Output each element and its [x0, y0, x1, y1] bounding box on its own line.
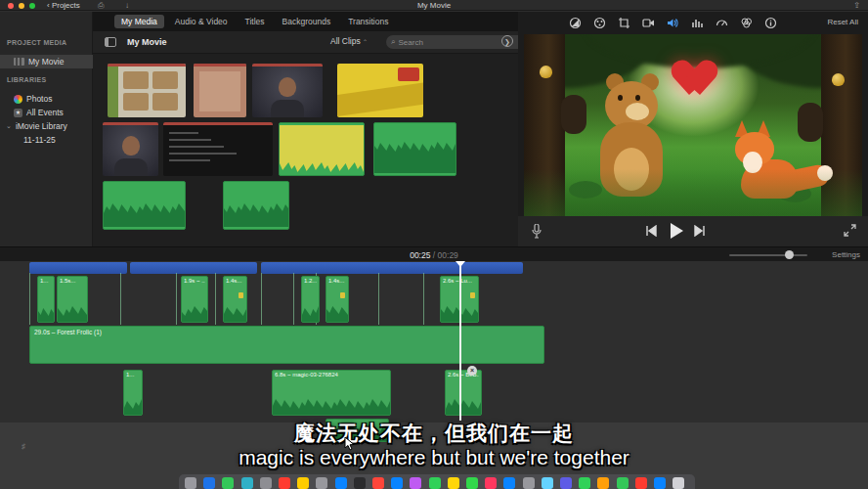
dock-app-icon[interactable] [466, 477, 478, 489]
photos-icon [14, 95, 22, 104]
crop-icon[interactable] [618, 17, 630, 29]
dock-app-icon[interactable] [335, 477, 347, 489]
timeline-zoom-slider-thumb[interactable] [785, 250, 794, 259]
dock-app-icon[interactable] [579, 477, 590, 489]
clip-connection-stem [29, 273, 30, 325]
dock-app-icon[interactable] [203, 477, 215, 489]
dock-app-icon[interactable] [260, 477, 272, 489]
speed-icon[interactable] [716, 17, 728, 29]
previous-frame-icon[interactable] [645, 225, 657, 237]
dock-app-icon[interactable] [391, 477, 403, 489]
heart-balloon [678, 62, 721, 101]
voiceover-mic-icon[interactable] [532, 224, 542, 239]
volume-icon[interactable] [667, 17, 679, 29]
sound-effect-clip[interactable]: 1.4s... [326, 276, 349, 323]
color-correction-icon[interactable] [593, 17, 606, 29]
search-icon: ⌕ [391, 37, 395, 47]
sound-effect-clip[interactable]: 1... [37, 276, 55, 323]
dock-app-icon[interactable] [354, 477, 366, 489]
sound-effect-clip[interactable]: 1.5s... [57, 276, 88, 323]
sidebar-item-all-events[interactable]: ★ All Events [0, 106, 93, 119]
sidebar-toggle-icon[interactable] [105, 37, 116, 47]
sidebar-item-my-movie[interactable]: My Movie [0, 55, 93, 68]
tab-backgrounds[interactable]: Backgrounds [276, 15, 338, 28]
sound-effect-clip[interactable]: 1.9s ~ ... [181, 276, 208, 323]
timeline-zoom-slider[interactable] [729, 254, 807, 256]
dock-app-icon[interactable] [523, 477, 535, 489]
next-frame-icon[interactable] [694, 225, 706, 237]
clip-appearance-icon[interactable]: ❯ [501, 35, 513, 47]
info-icon[interactable] [764, 17, 777, 29]
dock-app-icon[interactable] [222, 477, 234, 489]
media-thumbnail-person[interactable] [103, 122, 158, 176]
clip-filter-icon[interactable] [740, 17, 753, 29]
play-button[interactable] [670, 223, 683, 239]
subtitle-line-chinese: 魔法无处不在，但我们在一起 [0, 420, 868, 447]
dock-app-icon[interactable] [372, 477, 384, 489]
dock-app-icon[interactable] [316, 477, 327, 489]
media-thumbnail-document[interactable] [194, 64, 246, 117]
title-clip[interactable] [130, 262, 257, 274]
sound-effect-clip[interactable]: 1.2... [301, 276, 320, 323]
sidebar: PROJECT MEDIA My Movie LIBRARIES Photos … [0, 12, 93, 246]
media-thumbnail-audio-dense[interactable] [103, 181, 186, 230]
settings-button[interactable]: Settings [832, 250, 860, 259]
dock-app-icon[interactable] [503, 477, 515, 489]
all-clips-dropdown[interactable]: All Clips ⌃ [330, 36, 368, 46]
sidebar-item-imovie-library[interactable]: ⌄ iMovie Library [0, 119, 93, 133]
media-thumbnail-audio-spikes[interactable] [373, 122, 456, 176]
remove-effect-badge[interactable]: × [467, 366, 477, 376]
share-icon[interactable]: ⇪ [853, 1, 860, 10]
dock-app-icon[interactable] [279, 477, 290, 489]
stabilization-icon[interactable] [642, 17, 655, 29]
clip-connection-stem [293, 273, 294, 325]
dock-app-icon[interactable] [429, 477, 441, 489]
sidebar-item-photos[interactable]: Photos [0, 92, 93, 106]
volume-adjust-badge [340, 292, 345, 298]
dock-app-icon[interactable] [542, 477, 553, 489]
audio-clip[interactable]: 6.8s ~ magic-03-276824 [272, 370, 391, 416]
clip-connection-stem [176, 273, 177, 325]
dock-app-icon[interactable] [410, 477, 421, 489]
audio-clip[interactable]: 2.6s ~ BeB...× [445, 370, 482, 416]
noise-reduction-icon[interactable] [691, 17, 704, 29]
title-clip[interactable] [261, 262, 523, 274]
tab-audio-video[interactable]: Audio & Video [168, 15, 235, 28]
chevron-down-icon[interactable]: ⌄ [6, 122, 12, 130]
media-thumbnail-code[interactable] [163, 122, 273, 176]
dock-app-icon[interactable] [448, 477, 459, 489]
media-thumbnail-promo[interactable] [337, 64, 423, 117]
dock-app-icon[interactable] [241, 477, 253, 489]
dock-app-icon[interactable] [654, 477, 666, 489]
dock-app-icon[interactable] [185, 477, 196, 489]
media-thumbnail-webpage[interactable] [108, 64, 186, 117]
media-thumbnail-audio-yellow[interactable] [279, 122, 365, 176]
playhead[interactable] [459, 261, 461, 421]
tab-titles[interactable]: Titles [239, 15, 272, 28]
audio-clip[interactable]: 1... [123, 370, 143, 416]
tab-my-media[interactable]: My Media [114, 15, 164, 28]
dock-app-icon[interactable] [673, 477, 684, 489]
dock-app-icon[interactable] [635, 477, 647, 489]
bell-icon [540, 66, 552, 78]
dock-app-icon[interactable] [560, 477, 572, 489]
sound-effect-clip[interactable]: 1.4s... [223, 276, 247, 323]
tab-transitions[interactable]: Transitions [341, 15, 395, 28]
dock-app-icon[interactable] [617, 477, 629, 489]
reset-all-button[interactable]: Reset All [827, 18, 858, 26]
background-music-clip[interactable]: 29.0s – Forest Frolic (1) [29, 326, 544, 364]
window-title: My Movie [0, 1, 868, 10]
color-balance-icon[interactable] [569, 17, 582, 29]
playback-controls [518, 216, 868, 246]
libraries-header: LIBRARIES [7, 76, 46, 83]
fullscreen-icon[interactable] [844, 224, 856, 237]
title-clip[interactable] [29, 262, 127, 274]
sidebar-item-event-date[interactable]: 11-11-25 [0, 133, 93, 147]
dock-app-icon[interactable] [297, 477, 309, 489]
media-thumbnail-person[interactable] [252, 64, 323, 117]
media-thumbnail-audio-decay[interactable] [223, 181, 289, 230]
macos-dock[interactable] [179, 474, 695, 489]
dock-app-icon[interactable] [485, 477, 497, 489]
dock-app-icon[interactable] [597, 477, 609, 489]
clip-connection-stem [261, 273, 262, 325]
